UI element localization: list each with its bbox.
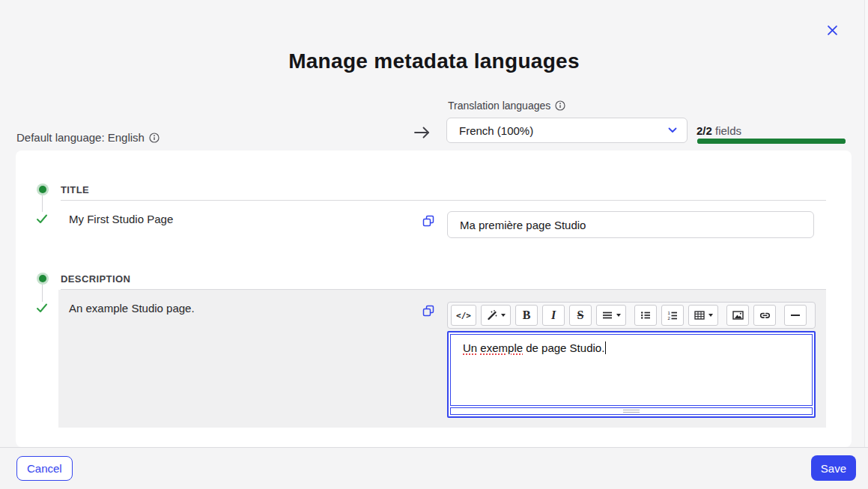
close-icon [828, 25, 837, 35]
copy-icon [422, 305, 434, 317]
bullet-list-icon [640, 310, 651, 321]
arrow-right-icon [413, 125, 432, 140]
link-icon [759, 310, 771, 321]
copy-description-button[interactable] [422, 305, 435, 318]
table-button[interactable] [688, 305, 718, 326]
default-language-label: Default language: English [16, 131, 160, 144]
svg-text:1: 1 [668, 311, 671, 315]
translation-language-select[interactable]: French (100%) [446, 118, 688, 143]
ordered-list-button[interactable]: 1 2 [661, 305, 684, 326]
insert-image-button[interactable] [726, 305, 749, 326]
align-icon [602, 310, 613, 321]
modal-footer: Cancel Save [0, 447, 868, 489]
title-status-dot [37, 183, 49, 195]
progress-bar [697, 139, 846, 144]
code-view-button[interactable]: </> [451, 305, 476, 326]
copy-icon [422, 215, 434, 227]
translation-fields-card: TITLE My First Studio Page DESCRIPTION A… [16, 151, 852, 447]
translation-languages-label: Translation languages [448, 100, 565, 112]
magic-style-button[interactable] [481, 305, 511, 326]
insert-link-button[interactable] [753, 305, 776, 326]
dropdown-caret-icon [708, 314, 713, 317]
close-button[interactable] [827, 25, 838, 37]
numbered-list-icon: 1 2 [667, 310, 678, 321]
title-section-label: TITLE [61, 184, 89, 195]
editor-toolbar: </> B I S [447, 302, 816, 329]
check-icon [36, 302, 48, 314]
horizontal-rule-icon [791, 315, 800, 316]
horizontal-rule-button[interactable] [784, 305, 807, 326]
check-icon [36, 213, 48, 225]
strikethrough-button[interactable]: S [569, 305, 592, 326]
text-cursor [605, 341, 606, 354]
unordered-list-button[interactable] [634, 305, 657, 326]
dropdown-caret-icon [616, 314, 621, 317]
cancel-button[interactable]: Cancel [16, 456, 73, 481]
connector-line [42, 285, 43, 302]
paragraph-align-button[interactable] [596, 305, 626, 326]
manage-metadata-languages-modal: Manage metadata languages Translation la… [0, 0, 868, 489]
svg-text:2: 2 [668, 316, 671, 321]
modal-title: Manage metadata languages [0, 49, 868, 73]
resize-grip-icon [623, 410, 640, 413]
title-section-divider [61, 200, 826, 201]
editor-resize-bar[interactable] [450, 407, 813, 415]
italic-button[interactable]: I [542, 305, 565, 326]
info-icon[interactable] [555, 100, 565, 111]
save-button[interactable]: Save [811, 455, 856, 481]
description-source-text: An example Studio page. [69, 300, 195, 317]
description-translation-textarea[interactable]: Un exemple de page Studio. [450, 334, 813, 406]
dropdown-caret-icon [501, 314, 506, 317]
description-editor-frame: Un exemple de page Studio. [447, 331, 816, 418]
description-section-label: DESCRIPTION [61, 273, 130, 285]
magic-wand-icon [487, 310, 497, 321]
connector-line [42, 195, 43, 212]
table-icon [694, 310, 705, 321]
copy-title-button[interactable] [422, 215, 435, 228]
info-icon[interactable] [149, 133, 160, 143]
fields-progress-label: 2/2 fields [696, 124, 741, 137]
description-richtext-editor: </> B I S [447, 302, 816, 418]
bold-button[interactable]: B [515, 305, 538, 326]
description-status-dot [37, 273, 49, 285]
chevron-down-icon [668, 127, 677, 133]
image-icon [732, 310, 744, 321]
title-source-text: My First Studio Page [69, 211, 173, 228]
title-translation-input[interactable] [447, 211, 814, 238]
